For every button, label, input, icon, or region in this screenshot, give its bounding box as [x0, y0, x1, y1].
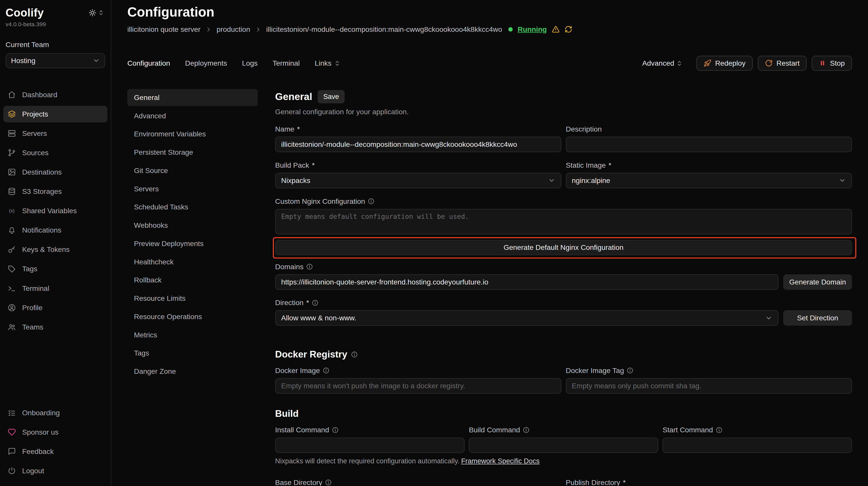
save-button[interactable]: Save: [318, 90, 344, 103]
sidebar-item-servers[interactable]: Servers: [3, 125, 107, 142]
nixpacks-note: Nixpacks will detect the required config…: [275, 457, 852, 465]
static-image-select[interactable]: nginx:alpine: [566, 173, 852, 188]
breadcrumb-application[interactable]: illicitestonion/-module--decomposition:m…: [266, 25, 502, 34]
subnav-item-metrics[interactable]: Metrics: [127, 326, 258, 343]
direction-select[interactable]: Allow www & non-www.: [275, 310, 778, 326]
tab-deployments[interactable]: Deployments: [185, 59, 227, 67]
generate-nginx-button[interactable]: Generate Default Nginx Configuration: [275, 240, 852, 256]
info-icon: [368, 198, 374, 204]
chevron-down-icon: [548, 177, 555, 184]
subnav-item-persistent-storage[interactable]: Persistent Storage: [127, 144, 258, 161]
sidebar-item-sponsor-us[interactable]: Sponsor us: [3, 424, 107, 441]
tab-logs[interactable]: Logs: [242, 59, 257, 67]
subnav-item-general[interactable]: General: [127, 89, 258, 106]
tab-terminal[interactable]: Terminal: [273, 59, 300, 67]
terminal-icon: [8, 284, 16, 293]
stop-button[interactable]: Stop: [812, 56, 852, 71]
sidebar-item-projects[interactable]: Projects: [3, 106, 107, 122]
subnav-item-resource-operations[interactable]: Resource Operations: [127, 308, 258, 325]
app-logo: Coolify: [6, 7, 44, 19]
svg-text:(x): (x): [9, 208, 14, 214]
info-icon: [523, 427, 529, 433]
docker-image-tag-input[interactable]: [566, 378, 852, 394]
checklist-icon: [8, 409, 16, 417]
sidebar-footer-nav: Onboarding Sponsor us Feedback Logout: [0, 404, 111, 479]
sidebar-item-notifications[interactable]: Notifications: [3, 222, 107, 238]
sidebar-item-dashboard[interactable]: Dashboard: [3, 86, 107, 103]
subnav-item-advanced[interactable]: Advanced: [127, 107, 258, 124]
sidebar-item-teams[interactable]: Teams: [3, 319, 107, 335]
start-command-input[interactable]: [662, 438, 852, 453]
direction-label: Direction*: [275, 298, 852, 307]
chevron-updown-icon: [676, 60, 682, 66]
chat-icon: [8, 447, 16, 456]
subnav-item-scheduled-tasks[interactable]: Scheduled Tasks: [127, 198, 258, 216]
advanced-menu[interactable]: Advanced: [642, 59, 682, 67]
domains-input[interactable]: [275, 274, 778, 290]
restart-button[interactable]: Restart: [758, 56, 807, 71]
subnav-item-servers[interactable]: Servers: [127, 180, 258, 197]
image-icon: [8, 168, 16, 176]
refresh-icon[interactable]: [565, 26, 572, 33]
generate-domain-button[interactable]: Generate Domain: [783, 274, 852, 290]
info-icon: [312, 299, 318, 306]
subnav-item-rollback[interactable]: Rollback: [127, 271, 258, 289]
key-icon: [8, 246, 16, 254]
redeploy-button[interactable]: Redeploy: [696, 56, 753, 71]
subnav-item-tags[interactable]: Tags: [127, 345, 258, 362]
variable-icon: (x): [8, 206, 16, 215]
build-pack-select[interactable]: Nixpacks: [275, 173, 561, 188]
sidebar-item-logout[interactable]: Logout: [3, 462, 107, 479]
sidebar-item-terminal[interactable]: Terminal: [3, 280, 107, 296]
tab-links[interactable]: Links: [315, 59, 340, 67]
theme-switcher[interactable]: [89, 9, 104, 17]
subnav-item-webhooks[interactable]: Webhooks: [127, 217, 258, 234]
git-branch-icon: [8, 149, 16, 157]
chevron-down-icon: [839, 177, 846, 184]
team-select[interactable]: Hosting: [6, 53, 105, 68]
description-input[interactable]: [566, 137, 852, 152]
restart-icon: [765, 59, 773, 67]
info-icon: [627, 367, 633, 374]
install-command-label: Install Command: [275, 426, 465, 434]
sidebar-item-destinations[interactable]: Destinations: [3, 164, 107, 181]
sidebar-item-tags[interactable]: Tags: [3, 261, 107, 277]
breadcrumb-environment[interactable]: production: [217, 25, 250, 34]
page-title: Configuration: [127, 4, 852, 20]
sidebar-item-onboarding[interactable]: Onboarding: [3, 404, 107, 421]
tab-configuration[interactable]: Configuration: [127, 59, 170, 67]
build-command-input[interactable]: [469, 438, 658, 453]
sidebar-item-s3-storages[interactable]: S3 Storages: [3, 183, 107, 200]
sidebar-item-profile[interactable]: Profile: [3, 299, 107, 316]
general-form: General Save General configuration for y…: [275, 89, 852, 486]
subnav-item-healthcheck[interactable]: Healthcheck: [127, 253, 258, 270]
subnav-item-danger-zone[interactable]: Danger Zone: [127, 363, 258, 380]
start-command-label: Start Command: [662, 426, 852, 434]
sidebar-item-keys-tokens[interactable]: Keys & Tokens: [3, 241, 107, 258]
sidebar-item-shared-variables[interactable]: (x) Shared Variables: [3, 202, 107, 219]
rocket-icon: [704, 59, 711, 67]
description-label: Description: [566, 125, 852, 133]
subnav-item-environment-variables[interactable]: Environment Variables: [127, 125, 258, 142]
nginx-config-textarea[interactable]: [275, 209, 852, 234]
subnav-item-resource-limits[interactable]: Resource Limits: [127, 290, 258, 307]
sidebar-item-sources[interactable]: Sources: [3, 144, 107, 161]
name-input[interactable]: [275, 137, 561, 152]
subnav-item-preview-deployments[interactable]: Preview Deployments: [127, 235, 258, 252]
info-icon: [323, 367, 330, 374]
docker-registry-title: Docker Registry: [275, 349, 852, 360]
framework-docs-link[interactable]: Framework Specific Docs: [461, 457, 540, 465]
set-direction-button[interactable]: Set Direction: [783, 310, 852, 326]
sidebar-item-feedback[interactable]: Feedback: [3, 443, 107, 460]
info-icon: [332, 427, 339, 433]
status-running-link[interactable]: Running: [518, 25, 547, 34]
static-image-label: Static Image*: [566, 161, 852, 169]
build-command-label: Build Command: [469, 426, 658, 434]
tabs: Configuration Deployments Logs Terminal …: [127, 59, 340, 67]
subnav-item-git-source[interactable]: Git Source: [127, 162, 258, 179]
chevron-down-icon: [765, 315, 772, 322]
install-command-input[interactable]: [275, 438, 465, 453]
sidebar-nav: Dashboard Projects Servers Sources Desti…: [0, 86, 111, 335]
breadcrumb-project[interactable]: illicitonion quote server: [127, 25, 200, 34]
docker-image-input[interactable]: [275, 378, 561, 394]
